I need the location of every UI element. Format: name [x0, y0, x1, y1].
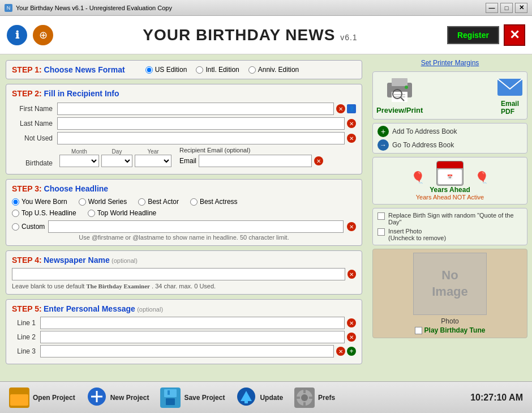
first-name-clear-icon[interactable]: ✕: [336, 104, 345, 113]
play-tune-label[interactable]: Play Birthday Tune: [424, 326, 486, 334]
not-used-label: Not Used: [12, 134, 57, 142]
top-us-headline-radio[interactable]: [12, 210, 19, 217]
line1-clear-icon[interactable]: ✕: [347, 318, 356, 327]
line2-label: Line 2: [12, 333, 40, 341]
newspaper-hint: Leave blank to use default The Birthday …: [12, 283, 356, 289]
add-address-button[interactable]: + Add To Address Book: [377, 126, 522, 137]
anniv-edition-radio[interactable]: [248, 66, 256, 74]
best-actress-radio[interactable]: [190, 198, 198, 206]
line3-clear-icon[interactable]: ✕: [336, 347, 345, 356]
maximize-button[interactable]: □: [500, 3, 513, 13]
year-wrap: Year: [135, 148, 171, 167]
open-project-button[interactable]: Open Project: [9, 388, 75, 408]
years-status: Years Ahead NOT Active: [416, 194, 484, 201]
toolbar-left: Open Project New Project: [9, 386, 335, 408]
years-ahead-section: 🎈 📅 Years Ahead 🎈 Years Ahead NOT Active: [372, 157, 527, 205]
intl-edition-option[interactable]: Intl. Edition: [196, 66, 239, 74]
not-used-clear-icon[interactable]: ✕: [347, 134, 356, 143]
new-project-icon-wrap: [87, 386, 107, 408]
add-address-icon: +: [377, 126, 389, 137]
line1-row: Line 1 ✕: [12, 317, 356, 329]
update-button[interactable]: Update: [236, 386, 283, 408]
top-us-headline-option[interactable]: Top U.S. Headline: [12, 209, 76, 217]
custom-option[interactable]: Custom: [12, 223, 45, 231]
line1-input[interactable]: [40, 317, 345, 329]
line1-icons: ✕: [345, 318, 356, 327]
years-ahead-button[interactable]: 📅 Years Ahead: [430, 161, 470, 194]
photo-label: Photo: [441, 317, 458, 325]
close-button[interactable]: ✕: [515, 3, 527, 13]
insert-photo-checkbox[interactable]: [377, 228, 385, 236]
month-select[interactable]: [59, 155, 99, 167]
last-name-icons: ✕: [345, 119, 356, 128]
newspaper-input-row: ✕: [12, 268, 356, 280]
title-bar-text: Your Birthday News v6.1 - Unregistered E…: [16, 5, 172, 11]
quote-of-day-checkbox[interactable]: [377, 212, 385, 220]
last-name-input[interactable]: [57, 117, 345, 130]
save-project-button[interactable]: Save Project: [160, 388, 225, 408]
update-label: Update: [260, 394, 283, 402]
step2-header: STEP 2: Fill in Recipient Info: [12, 89, 356, 98]
printer-margins-link[interactable]: Set Printer Margins: [372, 59, 527, 67]
right-panel: Set Printer Margins: [368, 54, 532, 381]
top-world-headline-option[interactable]: Top World Headline: [88, 209, 157, 217]
new-project-button[interactable]: New Project: [87, 386, 149, 408]
svg-rect-11: [10, 394, 28, 406]
email-input[interactable]: [199, 155, 312, 167]
last-name-clear-icon[interactable]: ✕: [347, 119, 356, 128]
us-edition-option[interactable]: US Edition: [145, 66, 187, 74]
play-tune-checkbox[interactable]: [415, 327, 422, 334]
custom-radio[interactable]: [12, 223, 19, 231]
app-close-button[interactable]: ✕: [504, 24, 525, 46]
line2-input[interactable]: [40, 331, 345, 343]
calendar-icon: 📅: [436, 161, 464, 186]
first-name-input[interactable]: [57, 103, 334, 115]
info-icon[interactable]: ℹ: [7, 25, 27, 45]
best-actor-option[interactable]: Best Actor: [138, 198, 179, 206]
line3-input[interactable]: [40, 345, 334, 357]
folder-icon: [9, 388, 29, 408]
insert-photo-label: Insert Photo(Uncheck to remove): [388, 228, 446, 241]
you-were-born-option[interactable]: You Were Born: [12, 198, 67, 206]
email-pdf-label: EmailPDF: [501, 100, 519, 116]
email-clear-icon[interactable]: ✕: [314, 156, 323, 165]
you-were-born-radio[interactable]: [12, 198, 19, 206]
go-address-icon: →: [377, 139, 389, 151]
custom-headline-input[interactable]: [48, 220, 344, 233]
us-edition-radio[interactable]: [145, 66, 153, 74]
app-version: v6.1: [340, 33, 357, 42]
day-select[interactable]: [101, 155, 132, 167]
not-used-input[interactable]: [57, 132, 345, 144]
preview-print-button[interactable]: [385, 77, 414, 105]
line3-add-icon[interactable]: +: [347, 347, 356, 356]
register-button[interactable]: Register: [447, 26, 499, 44]
year-select[interactable]: [135, 155, 171, 167]
world-series-option[interactable]: World Series: [79, 198, 127, 206]
svg-rect-18: [168, 390, 170, 395]
world-series-radio[interactable]: [79, 198, 86, 206]
newspaper-clear-icon[interactable]: ✕: [347, 270, 356, 279]
custom-clear-icon[interactable]: ✕: [347, 222, 356, 231]
insert-photo-option: Insert Photo(Uncheck to remove): [377, 228, 522, 241]
prefs-button[interactable]: Prefs: [294, 388, 335, 408]
anniv-edition-option[interactable]: Anniv. Edition: [248, 66, 299, 74]
intl-edition-radio[interactable]: [196, 66, 203, 74]
newspaper-name-input[interactable]: [12, 268, 345, 280]
go-address-button[interactable]: → Go To Address Book: [377, 139, 522, 151]
help-icon[interactable]: ⊕: [33, 25, 53, 45]
first-name-person-icon[interactable]: 👤: [347, 104, 356, 113]
line3-row: Line 3 ✕ +: [12, 345, 356, 357]
email-pdf-button[interactable]: [496, 75, 524, 100]
birthdate-row: Birthdate Month Day Year: [12, 147, 356, 167]
line2-clear-icon[interactable]: ✕: [347, 333, 356, 342]
clock-display: 10:27:10 AM: [470, 393, 523, 403]
preview-label[interactable]: Preview/Print: [376, 106, 423, 114]
minimize-button[interactable]: —: [486, 3, 498, 13]
left-panel: STEP 1: Choose News Format US Edition In…: [0, 54, 368, 381]
preview-wrap: Preview/Print: [376, 77, 423, 114]
step3-header: STEP 3: Choose Headline: [12, 184, 356, 193]
best-actor-radio[interactable]: [138, 198, 145, 206]
open-project-label: Open Project: [33, 394, 75, 402]
best-actress-option[interactable]: Best Actress: [190, 198, 238, 206]
top-world-headline-radio[interactable]: [88, 210, 95, 217]
